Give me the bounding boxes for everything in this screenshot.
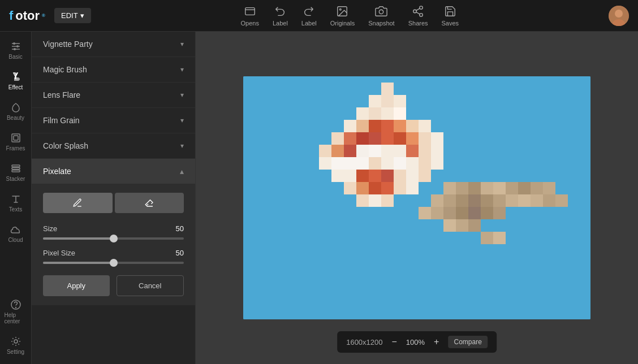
nav-undo[interactable]: Label [273,5,288,27]
size-slider-section: Size 50 [43,224,184,240]
pixel-size-slider-thumb[interactable] [110,259,118,267]
svg-rect-69 [419,157,431,170]
pixel-size-value: 50 [176,249,184,257]
stacker-icon [10,163,21,174]
svg-rect-59 [419,145,431,157]
nav-shares[interactable]: Shares [408,5,428,27]
svg-rect-52 [331,145,344,157]
svg-point-25 [14,340,18,343]
svg-rect-76 [394,170,406,182]
apply-button[interactable]: Apply [43,275,110,296]
svg-rect-48 [406,132,419,145]
size-slider-fill [43,237,114,240]
effect-vignette[interactable]: Vignette Party ▾ [32,32,195,57]
zoom-in-button[interactable]: + [432,337,441,347]
sidebar-item-setting[interactable]: Setting [2,331,29,359]
top-nav: fotor® EDIT ▾ Opens Label Label Original… [0,0,638,32]
svg-rect-98 [443,194,456,207]
effect-lens-flare[interactable]: Lens Flare ▾ [32,83,195,108]
svg-rect-78 [419,170,431,182]
svg-rect-57 [394,145,406,157]
svg-rect-93 [506,182,518,194]
zoom-level: 100% [406,338,425,346]
zoom-out-button[interactable]: − [390,337,399,347]
bottom-bar: 1600x1200 − 100% + Compare [337,331,497,353]
svg-rect-89 [456,182,468,194]
nav-redo[interactable]: Label [301,5,317,27]
nav-originals[interactable]: Originals [330,5,355,27]
svg-rect-21 [12,168,20,170]
svg-rect-62 [331,157,344,170]
svg-rect-81 [369,182,381,194]
svg-line-8 [416,8,420,10]
chevron-icon: ▾ [180,116,184,124]
svg-rect-55 [369,145,381,157]
sidebar-item-cloud[interactable]: Cloud [2,219,29,248]
svg-rect-35 [344,120,356,132]
sidebar-item-basic[interactable]: Basic [2,36,29,64]
pixelate-header[interactable]: Pixelate ▴ [32,159,195,184]
svg-rect-28 [369,107,381,120]
effect-color-splash[interactable]: Color Splash ▾ [32,133,195,159]
svg-rect-71 [331,170,344,182]
basic-icon [10,41,21,52]
svg-rect-117 [493,232,506,244]
sidebar-icons: Basic Effect Beauty Frames [0,32,32,364]
svg-rect-56 [381,145,394,157]
eraser-tool-button[interactable] [115,193,184,213]
svg-rect-18 [12,134,20,142]
sidebar-item-effect[interactable]: Effect [2,67,29,95]
image-dimensions: 1600x1200 [346,338,382,346]
nav-snapshot[interactable]: Snapshot [368,5,394,27]
nav-saves[interactable]: Saves [442,5,459,27]
svg-rect-29 [381,107,394,120]
svg-rect-34 [381,83,394,95]
sidebar-item-help[interactable]: Help center [2,294,29,329]
nav-opens[interactable]: Opens [241,5,259,27]
sidebar-item-stacker[interactable]: Stacker [2,158,29,187]
setting-icon [10,336,21,347]
svg-rect-54 [356,145,369,157]
pixelate-section: Pixelate ▴ [32,159,195,305]
logo: fotor® [9,8,45,23]
edit-button[interactable]: EDIT ▾ [54,8,91,23]
brush-tool-button[interactable] [43,193,113,213]
svg-rect-86 [369,194,381,207]
compare-button[interactable]: Compare [448,336,487,348]
size-slider-thumb[interactable] [110,235,118,242]
sidebar-item-texts[interactable]: Texts [2,189,29,217]
svg-point-10 [615,10,623,18]
svg-rect-61 [319,157,331,170]
originals-icon [336,5,348,18]
nav-tools: Opens Label Label Originals Snapshot Sha… [241,5,459,27]
svg-rect-113 [443,219,456,232]
svg-rect-100 [468,194,481,207]
svg-rect-105 [531,194,543,207]
pixel-size-slider-track[interactable] [43,262,184,264]
svg-point-4 [420,6,423,9]
svg-point-24 [15,307,16,308]
avatar[interactable] [609,6,629,26]
svg-rect-92 [493,182,506,194]
svg-rect-63 [344,157,356,170]
svg-rect-82 [381,182,394,194]
effect-film-grain[interactable]: Film Grain ▾ [32,108,195,133]
svg-rect-53 [344,145,356,157]
svg-rect-108 [443,207,456,219]
svg-rect-41 [419,120,431,132]
svg-rect-36 [356,120,369,132]
sidebar-item-beauty[interactable]: Beauty [2,97,29,125]
size-slider-track[interactable] [43,237,184,240]
sidebar-item-frames[interactable]: Frames [2,128,29,156]
cancel-button[interactable]: Cancel [117,275,184,296]
svg-rect-96 [543,182,555,194]
svg-rect-20 [12,170,20,172]
svg-rect-112 [493,207,506,219]
svg-rect-68 [406,157,419,170]
effect-magic-brush[interactable]: Magic Brush ▾ [32,57,195,83]
svg-rect-32 [381,95,394,107]
svg-point-5 [413,10,417,13]
svg-line-7 [416,12,420,14]
svg-rect-66 [381,157,394,170]
svg-rect-91 [481,182,493,194]
